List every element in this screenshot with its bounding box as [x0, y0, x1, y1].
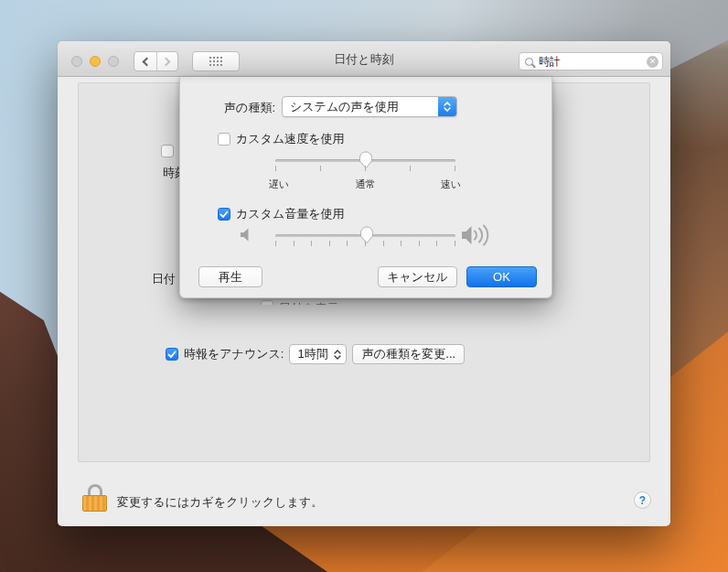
check-icon	[219, 210, 229, 219]
custom-rate-checkbox[interactable]	[218, 133, 230, 146]
stepper-icon	[334, 350, 341, 360]
tick-label-normal: 通常	[356, 178, 376, 191]
clear-icon[interactable]: ✕	[647, 56, 658, 68]
popup-arrows-icon	[438, 97, 456, 116]
help-button[interactable]: ?	[634, 491, 651, 509]
speaker-loud-icon	[460, 223, 495, 247]
hidden-checkbox-digital[interactable]	[161, 145, 174, 157]
minimize-button[interactable]	[90, 56, 101, 67]
show-date-checkbox[interactable]	[261, 300, 273, 305]
window-toolbar: 日付と時刻 時計 ✕	[58, 41, 670, 77]
volume-slider-ticks	[275, 241, 455, 246]
voice-type-popup[interactable]: システムの声を使用	[282, 96, 457, 117]
cancel-button[interactable]: キャンセル	[378, 266, 457, 287]
voice-settings-sheet: 声の種類: システムの声を使用 カスタム速度を使用 遅い 通常 速い	[179, 77, 552, 298]
tick-label-fast: 速い	[441, 178, 461, 191]
nav-buttons	[134, 51, 178, 71]
forward-button[interactable]	[156, 52, 178, 70]
lock-icon[interactable]	[82, 484, 108, 512]
change-voice-button[interactable]: 声の種類を変更...	[352, 344, 465, 364]
announce-interval-popup[interactable]: 1時間	[289, 344, 347, 364]
window-title: 日付と時刻	[334, 41, 393, 77]
zoom-button[interactable]	[108, 56, 119, 67]
volume-slider[interactable]	[275, 234, 455, 237]
ok-button[interactable]: OK	[466, 266, 537, 287]
show-date-label: 日付を表示	[279, 300, 338, 305]
search-input[interactable]: 時計	[539, 54, 647, 70]
voice-type-label: 声の種類:	[180, 100, 275, 116]
close-button[interactable]	[71, 56, 82, 67]
voice-type-value: システムの声を使用	[283, 99, 438, 115]
hidden-row-show-date: 日付を表示	[261, 300, 407, 305]
lock-message: 変更するにはカギをクリックします。	[117, 494, 323, 511]
speed-slider[interactable]	[275, 159, 455, 162]
hidden-label-time: 時刻	[163, 165, 179, 179]
check-icon	[167, 351, 177, 359]
custom-volume-checkbox[interactable]	[218, 208, 230, 221]
show-all-button[interactable]	[192, 51, 240, 71]
play-button[interactable]: 再生	[198, 266, 262, 287]
hidden-label-date: 日付	[152, 271, 179, 286]
chevron-right-icon	[161, 57, 170, 66]
custom-volume-label: カスタム音量を使用	[236, 206, 345, 222]
search-icon	[525, 58, 533, 66]
speed-tick-labels: 遅い 通常 速い	[275, 178, 455, 190]
speed-slider-ticks	[275, 166, 455, 171]
system-preferences-window: 日付と時刻 時計 ✕ 時刻 日付 日付を表示 時報をアナウンス: 1時間 声の種…	[58, 41, 670, 526]
back-button[interactable]	[134, 52, 156, 70]
custom-rate-label: カスタム速度を使用	[236, 131, 345, 147]
lock-body	[82, 495, 107, 512]
chevron-left-icon	[142, 57, 151, 66]
tick-label-slow: 遅い	[269, 178, 289, 191]
announce-interval-value: 1時間	[297, 346, 328, 362]
grid-icon	[209, 57, 222, 66]
announce-time-label: 時報をアナウンス:	[184, 346, 284, 362]
traffic-lights	[71, 56, 119, 67]
announce-time-checkbox[interactable]	[166, 348, 178, 361]
speaker-low-icon	[239, 227, 254, 243]
search-field[interactable]: 時計 ✕	[519, 52, 663, 70]
